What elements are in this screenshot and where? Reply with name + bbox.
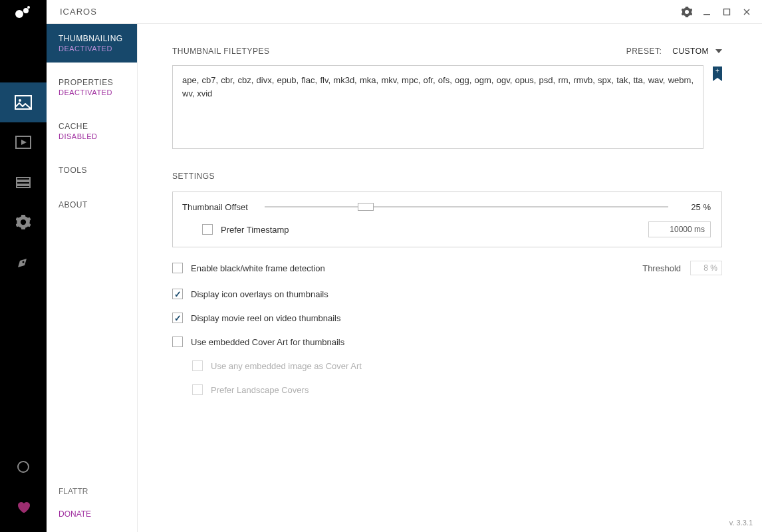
svg-rect-4 xyxy=(724,9,730,15)
iconbar-flattr-icon[interactable] xyxy=(0,447,47,487)
landscape-checkbox xyxy=(192,384,203,395)
movie-reel-label: Display movie reel on video thumbnails xyxy=(191,313,340,323)
settings-gear-icon[interactable] xyxy=(681,6,693,18)
any-image-checkbox xyxy=(192,360,203,371)
iconbar-tools-icon[interactable] xyxy=(0,202,47,242)
svg-rect-9 xyxy=(17,182,30,184)
bookmark-add-icon[interactable]: + xyxy=(713,66,722,86)
iconbar-properties-icon[interactable] xyxy=(0,122,47,162)
iconbar-thumbnailing-icon[interactable] xyxy=(0,82,47,122)
svg-point-11 xyxy=(23,261,25,263)
iconbar-cache-icon[interactable] xyxy=(0,162,47,202)
landscape-label: Prefer Landscape Covers xyxy=(211,385,309,395)
any-image-label: Use any embedded image as Cover Art xyxy=(211,361,362,371)
svg-point-0 xyxy=(15,10,23,18)
filetypes-textarea[interactable]: ape, cb7, cbr, cbz, divx, epub, flac, fl… xyxy=(172,65,703,149)
svg-rect-3 xyxy=(703,14,710,15)
svg-point-6 xyxy=(19,99,21,102)
iconbar-about-icon[interactable] xyxy=(0,242,47,282)
minimize-button[interactable] xyxy=(701,6,713,18)
prefer-timestamp-label: Prefer Timestamp xyxy=(221,225,289,235)
thumbnail-offset-value: 25 % xyxy=(678,202,711,212)
app-title: ICAROS xyxy=(47,7,97,17)
sidebar-item-label: TOOLS xyxy=(59,166,137,175)
sidebar-item-properties[interactable]: PROPERTIES DEACTIVATED xyxy=(47,72,137,102)
prefer-timestamp-checkbox[interactable] xyxy=(202,224,213,235)
svg-rect-8 xyxy=(17,178,30,180)
sidebar-item-label: PROPERTIES xyxy=(59,78,137,87)
settings-panel: Thumbnail Offset 25 % Prefer Timestamp xyxy=(172,192,722,247)
close-button[interactable] xyxy=(741,6,753,18)
sidebar-item-tools[interactable]: TOOLS xyxy=(47,160,137,180)
iconbar-donate-icon[interactable] xyxy=(0,487,47,527)
settings-heading: SETTINGS xyxy=(172,172,722,181)
sidebar-item-thumbnailing[interactable]: THUMBNAILING DEACTIVATED xyxy=(47,24,137,63)
thumbnail-offset-label: Thumbnail Offset xyxy=(182,202,255,212)
version-label: v. 3.3.1 xyxy=(729,519,753,527)
thumbnail-offset-slider[interactable] xyxy=(265,201,668,212)
sidebar-item-status: DISABLED xyxy=(59,132,137,140)
preset-label: PRESET: xyxy=(626,47,662,56)
sidebar-item-about[interactable]: ABOUT xyxy=(47,195,137,215)
preset-value: CUSTOM xyxy=(672,47,709,56)
bw-detect-checkbox[interactable] xyxy=(172,263,183,273)
sidebar-item-label: THUMBNAILING xyxy=(59,34,137,43)
movie-reel-checkbox[interactable] xyxy=(172,313,183,323)
threshold-label: Threshold xyxy=(642,263,681,273)
chevron-down-icon xyxy=(715,49,722,53)
timestamp-input[interactable] xyxy=(648,221,711,237)
sidebar-link-flattr[interactable]: FLATTR xyxy=(47,480,137,503)
threshold-value: 8 % xyxy=(690,261,722,275)
sidebar-link-donate[interactable]: DONATE xyxy=(47,503,137,525)
cover-art-label: Use embedded Cover Art for thumbnails xyxy=(191,337,344,347)
titlebar: ICAROS xyxy=(0,0,762,24)
filetypes-heading: THUMBNAIL FILETYPES xyxy=(172,47,269,56)
sidebar-item-status: DEACTIVATED xyxy=(59,45,137,53)
main-content: THUMBNAIL FILETYPES PRESET: CUSTOM ape, … xyxy=(138,24,762,532)
svg-text:+: + xyxy=(715,67,719,74)
icon-sidebar xyxy=(0,24,47,532)
sidebar-item-status: DEACTIVATED xyxy=(59,88,137,96)
preset-dropdown[interactable]: CUSTOM xyxy=(672,47,722,56)
sidebar: THUMBNAILING DEACTIVATED PROPERTIES DEAC… xyxy=(47,24,138,532)
sidebar-item-label: CACHE xyxy=(59,122,137,131)
sidebar-item-cache[interactable]: CACHE DISABLED xyxy=(47,116,137,146)
svg-point-2 xyxy=(27,6,30,9)
maximize-button[interactable] xyxy=(721,6,733,18)
svg-point-1 xyxy=(23,8,29,13)
icon-overlays-checkbox[interactable] xyxy=(172,289,183,299)
bw-detect-label: Enable black/white frame detection xyxy=(191,263,325,273)
svg-rect-10 xyxy=(17,186,30,188)
icon-overlays-label: Display icon overlays on thumbnails xyxy=(191,289,328,299)
sidebar-item-label: ABOUT xyxy=(59,200,137,209)
cover-art-checkbox[interactable] xyxy=(172,336,183,347)
app-logo xyxy=(0,0,47,24)
